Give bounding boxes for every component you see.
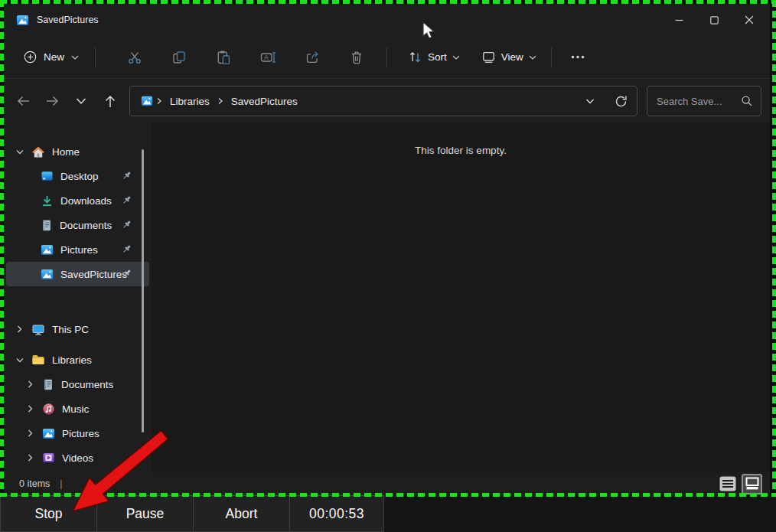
folder-view: This folder is empty. — [152, 123, 770, 472]
documents-icon — [42, 378, 54, 391]
sidebar-item-downloads[interactable]: Downloads — [6, 188, 149, 213]
pin-icon — [121, 194, 132, 206]
share-button[interactable] — [295, 43, 329, 72]
copy-button[interactable] — [162, 43, 196, 72]
new-button[interactable]: New — [15, 44, 88, 70]
empty-folder-message: This folder is empty. — [152, 145, 770, 156]
sidebar-scrollbar[interactable] — [142, 149, 144, 432]
svg-text:A: A — [264, 54, 269, 61]
sidebar-item-label: Libraries — [52, 354, 92, 366]
stop-button[interactable]: Stop — [0, 495, 97, 532]
search-input[interactable] — [657, 96, 741, 107]
sidebar-item-this-pc[interactable]: This PC — [6, 317, 149, 341]
minimize-button[interactable] — [661, 7, 696, 33]
up-button[interactable] — [96, 87, 125, 115]
thumbnail-view-icon — [745, 477, 759, 491]
new-button-label: New — [44, 51, 64, 63]
chevron-down-icon[interactable] — [13, 357, 26, 364]
sidebar-item-libraries[interactable]: Libraries — [6, 348, 149, 372]
pin-icon — [121, 243, 132, 255]
chevron-right-icon[interactable] — [13, 325, 26, 333]
pictures-library-icon — [16, 14, 29, 27]
back-button[interactable] — [8, 87, 37, 115]
sidebar-item-label: Documents — [60, 220, 112, 231]
pictures-icon — [42, 427, 55, 440]
chevron-down-icon — [529, 54, 536, 60]
pin-icon — [121, 170, 132, 181]
ellipsis-icon — [571, 55, 585, 59]
documents-icon — [41, 219, 53, 232]
chevron-right-icon[interactable] — [24, 454, 37, 462]
toolbar-separator — [551, 47, 552, 67]
details-view-button[interactable] — [718, 474, 738, 494]
chevron-right-icon[interactable] — [24, 429, 37, 437]
sort-button[interactable]: Sort — [400, 43, 468, 71]
paste-button[interactable] — [207, 43, 240, 72]
forward-button[interactable] — [37, 87, 67, 115]
this-pc-icon — [31, 323, 45, 336]
view-button-label: View — [501, 51, 523, 63]
breadcrumb-chevron-icon — [156, 97, 162, 105]
sidebar-item-desktop[interactable]: Desktop — [6, 164, 149, 188]
maximize-button[interactable] — [696, 7, 732, 33]
sidebar-item-pictures[interactable]: Pictures — [6, 237, 149, 262]
sidebar-item-libraries-pictures[interactable]: Pictures — [6, 421, 149, 446]
sidebar-item-videos[interactable]: Videos — [6, 446, 149, 470]
sidebar-item-label: SavedPictures — [60, 269, 127, 280]
sidebar-item-label: Home — [52, 146, 80, 158]
sidebar-item-label: Videos — [62, 452, 93, 464]
file-explorer-window: SavedPictures New — [4, 4, 770, 495]
sidebar-item-libraries-documents[interactable]: Documents — [6, 372, 149, 397]
sidebar-item-music[interactable]: Music — [6, 397, 149, 421]
status-bar: 0 items | — [4, 472, 770, 495]
cut-icon — [127, 50, 142, 65]
sidebar-item-label: Music — [62, 403, 89, 415]
recorder-control-bar: Stop Pause Abort 00:00:53 — [0, 495, 776, 532]
view-button[interactable]: View — [474, 43, 544, 71]
sort-button-label: Sort — [428, 51, 447, 63]
recent-locations-button[interactable] — [67, 87, 96, 115]
sidebar-item-savedpictures[interactable]: SavedPictures — [6, 262, 149, 286]
sidebar-item-label: Downloads — [60, 195, 112, 207]
share-icon — [305, 50, 320, 65]
rename-button[interactable]: A — [251, 43, 285, 72]
chevron-right-icon[interactable] — [24, 380, 37, 388]
delete-button[interactable] — [340, 43, 373, 72]
status-divider: | — [60, 478, 62, 489]
command-toolbar: New A — [4, 36, 770, 79]
pictures-icon — [41, 268, 54, 281]
sidebar-item-home[interactable]: Home — [6, 139, 149, 164]
chevron-down-icon[interactable] — [13, 149, 26, 155]
close-button[interactable] — [732, 7, 767, 33]
paste-icon — [216, 50, 231, 65]
breadcrumb-libraries[interactable]: Libraries — [165, 93, 214, 110]
breadcrumb-chevron-icon — [217, 97, 223, 105]
address-bar[interactable]: Libraries SavedPictures — [129, 86, 637, 116]
thumbnail-view-button[interactable] — [742, 474, 762, 494]
explorer-content: Home Desktop Downloads Documents Picture… — [4, 123, 770, 472]
plus-circle-icon — [24, 51, 37, 64]
pause-button[interactable]: Pause — [96, 495, 194, 532]
desktop-icon — [41, 170, 54, 182]
abort-button[interactable]: Abort — [193, 495, 290, 532]
pictures-library-icon — [141, 95, 153, 107]
search-box[interactable] — [647, 86, 761, 116]
sidebar-item-documents[interactable]: Documents — [6, 213, 149, 237]
copy-icon — [171, 50, 187, 65]
chevron-right-icon[interactable] — [24, 405, 37, 413]
address-dropdown-button[interactable] — [579, 90, 602, 113]
titlebar: SavedPictures — [4, 4, 770, 36]
sort-icon — [408, 50, 422, 64]
window-title: SavedPictures — [37, 15, 99, 25]
chevron-down-icon — [71, 54, 79, 60]
libraries-folder-icon — [31, 354, 45, 366]
music-icon — [42, 403, 55, 416]
videos-icon — [42, 452, 55, 464]
rename-icon: A — [260, 50, 276, 65]
cut-button[interactable] — [118, 43, 152, 72]
delete-icon — [349, 50, 364, 65]
refresh-button[interactable] — [609, 90, 632, 113]
more-options-button[interactable] — [563, 44, 592, 71]
breadcrumb-savedpictures[interactable]: SavedPictures — [227, 93, 302, 110]
chevron-down-icon — [452, 54, 460, 60]
